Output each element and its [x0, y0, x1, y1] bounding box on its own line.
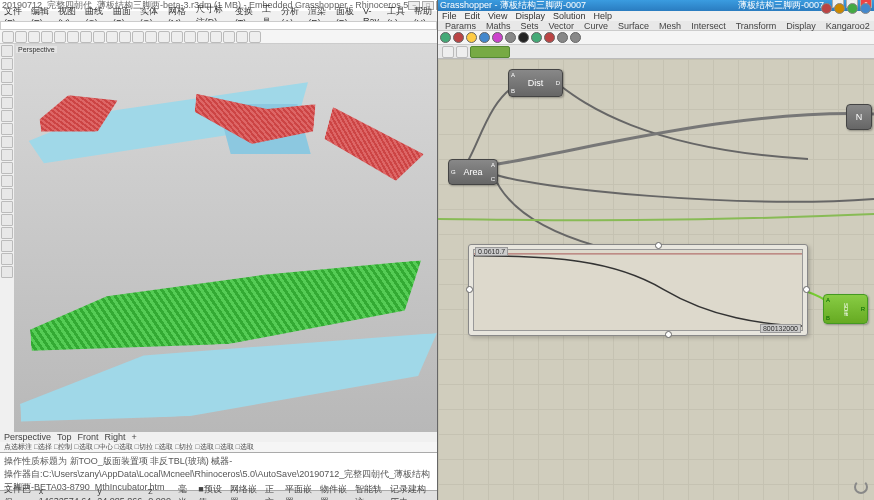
osnap-row[interactable]: 点选标注 □选择 □控制 □选取 □中心 □选取 □切拉 □选取 □切拉 □选取… [0, 442, 437, 452]
gh-tab[interactable]: Intersect [688, 21, 729, 31]
component-icon[interactable] [531, 32, 542, 43]
status-item[interactable]: 物件嵌置 [320, 483, 349, 501]
node-number[interactable]: N [846, 104, 872, 130]
component-icon[interactable] [492, 32, 503, 43]
preview-blue-icon[interactable] [860, 3, 871, 14]
status-item[interactable]: 平面嵌置 [285, 483, 314, 501]
tool-button[interactable] [106, 31, 118, 43]
side-tool[interactable] [1, 162, 13, 174]
side-tool[interactable] [1, 240, 13, 252]
node-sdiff[interactable]: A B SDiff R [823, 294, 868, 324]
side-tool[interactable] [1, 214, 13, 226]
graph-handle[interactable] [466, 286, 473, 293]
side-tool[interactable] [1, 201, 13, 213]
side-tool[interactable] [1, 175, 13, 187]
add-tab-icon[interactable]: + [132, 432, 137, 442]
compass-icon[interactable] [854, 480, 868, 494]
side-tool[interactable] [1, 149, 13, 161]
component-icon[interactable] [505, 32, 516, 43]
side-tool[interactable] [1, 110, 13, 122]
status-item[interactable]: 网络嵌置 [230, 483, 259, 501]
component-icon[interactable] [518, 32, 529, 43]
preview-red-icon[interactable] [821, 3, 832, 14]
tool-button[interactable] [236, 31, 248, 43]
gh-tab[interactable]: Display [783, 21, 819, 31]
tool-button[interactable] [119, 31, 131, 43]
side-tool[interactable] [1, 71, 13, 83]
open-button[interactable] [442, 46, 454, 58]
side-tool[interactable] [1, 253, 13, 265]
component-icon[interactable] [557, 32, 568, 43]
gh-tab[interactable]: Sets [518, 21, 542, 31]
gh-tab[interactable]: Vector [546, 21, 578, 31]
side-tool[interactable] [1, 45, 13, 57]
component-icon[interactable] [544, 32, 555, 43]
tool-button[interactable] [249, 31, 261, 43]
graph-mapper[interactable]: 0.0610.7 800132000 [468, 244, 808, 336]
rhino-viewport[interactable]: Perspective [14, 44, 437, 432]
side-tool[interactable] [1, 227, 13, 239]
graph-area[interactable] [473, 249, 803, 331]
component-icon[interactable] [440, 32, 451, 43]
side-tool[interactable] [1, 84, 13, 96]
viewport-tab[interactable]: Front [78, 432, 99, 442]
viewport-tab[interactable]: Right [105, 432, 126, 442]
tool-button[interactable] [28, 31, 40, 43]
gh-tab[interactable]: Mesh [656, 21, 684, 31]
menu-item[interactable]: View [488, 11, 507, 21]
tool-button[interactable] [15, 31, 27, 43]
graph-handle[interactable] [665, 331, 672, 338]
graph-handle[interactable] [803, 286, 810, 293]
gh-tab[interactable]: Transform [733, 21, 780, 31]
side-tool[interactable] [1, 136, 13, 148]
tool-button[interactable] [145, 31, 157, 43]
tool-button[interactable] [223, 31, 235, 43]
tool-button[interactable] [184, 31, 196, 43]
tool-button[interactable] [210, 31, 222, 43]
viewport-tab[interactable]: Top [57, 432, 72, 442]
save-button[interactable] [456, 46, 468, 58]
menu-item[interactable]: File [442, 11, 457, 21]
gh-tab[interactable]: Curve [581, 21, 611, 31]
side-tool[interactable] [1, 58, 13, 70]
menu-item[interactable]: Help [593, 11, 612, 21]
component-icon[interactable] [570, 32, 581, 43]
close-button[interactable]: × [436, 1, 437, 10]
preview-shade-icon[interactable] [847, 3, 858, 14]
preview-wire-icon[interactable] [834, 3, 845, 14]
gh-titlebar[interactable]: Grasshopper - 薄板结构三脚两-0007 薄板结构三脚两-0007 … [438, 0, 874, 11]
menu-item[interactable]: Solution [553, 11, 586, 21]
tool-button[interactable] [171, 31, 183, 43]
tool-button[interactable] [41, 31, 53, 43]
side-tool[interactable] [1, 266, 13, 278]
tool-button[interactable] [80, 31, 92, 43]
rhino-command-input[interactable] [0, 21, 437, 30]
side-tool[interactable] [1, 188, 13, 200]
tool-button[interactable] [2, 31, 14, 43]
component-icon[interactable] [479, 32, 490, 43]
node-area[interactable]: G Area A C [448, 159, 498, 185]
status-item[interactable]: 智能轨迹 [355, 483, 384, 501]
side-tool[interactable] [1, 123, 13, 135]
gh-tab[interactable]: Params [442, 21, 479, 31]
component-icon[interactable] [466, 32, 477, 43]
tool-button[interactable] [67, 31, 79, 43]
status-item[interactable]: ■预设值 [198, 483, 224, 501]
viewport-tab[interactable]: Perspective [4, 432, 51, 442]
viewport-label[interactable]: Perspective [16, 46, 57, 53]
side-tool[interactable] [1, 97, 13, 109]
gh-canvas[interactable]: A B Dist D G Area A C N A B SDiff R [438, 59, 874, 500]
tool-button[interactable] [54, 31, 66, 43]
gh-tab[interactable]: Maths [483, 21, 514, 31]
graph-handle[interactable] [655, 242, 662, 249]
status-item[interactable]: 记录建构历史 [390, 483, 433, 501]
gh-tab[interactable]: Surface [615, 21, 652, 31]
zoom-slider[interactable] [470, 46, 510, 58]
menu-item[interactable]: Display [515, 11, 545, 21]
tool-button[interactable] [158, 31, 170, 43]
gh-tab[interactable]: Kangaroo2 [823, 21, 873, 31]
tool-button[interactable] [197, 31, 209, 43]
tool-button[interactable] [132, 31, 144, 43]
component-icon[interactable] [453, 32, 464, 43]
menu-item[interactable]: Edit [465, 11, 481, 21]
